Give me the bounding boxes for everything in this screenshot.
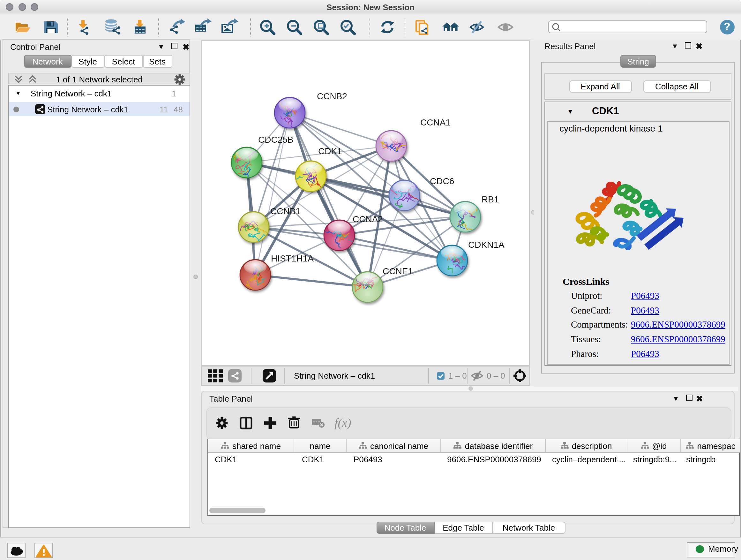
- svg-text:CCNE1: CCNE1: [382, 266, 413, 276]
- svg-text:HIST1H1A: HIST1H1A: [271, 253, 313, 263]
- svg-text:CCNB2: CCNB2: [317, 91, 347, 101]
- svg-text:CCNA1: CCNA1: [420, 118, 450, 127]
- svg-text:CDK1: CDK1: [318, 146, 342, 156]
- svg-text:RB1: RB1: [481, 194, 498, 204]
- svg-text:CDKN1A: CDKN1A: [468, 240, 504, 250]
- svg-text:CCNA2: CCNA2: [352, 214, 383, 224]
- svg-text:CDC25B: CDC25B: [258, 135, 293, 145]
- svg-text:f(x): f(x): [334, 416, 351, 430]
- svg-text:CDC6: CDC6: [429, 176, 454, 186]
- svg-text:CCNB1: CCNB1: [270, 206, 300, 216]
